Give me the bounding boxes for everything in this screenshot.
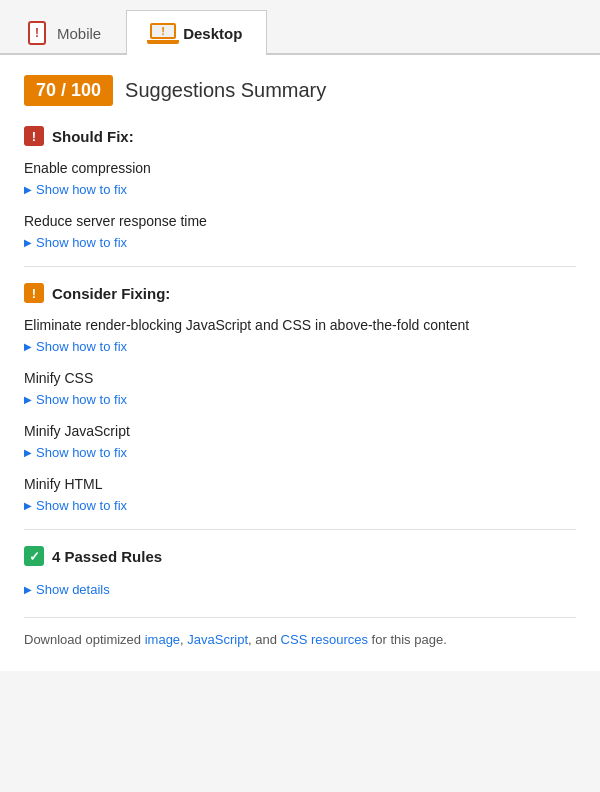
issue-minify-html-title: Minify HTML bbox=[24, 476, 576, 492]
footer: Download optimized image, JavaScript, an… bbox=[24, 617, 576, 651]
issue-minify-js: Minify JavaScript ▶ Show how to fix bbox=[24, 423, 576, 460]
section-divider-2 bbox=[24, 529, 576, 530]
score-title: Suggestions Summary bbox=[125, 79, 326, 102]
issue-enable-compression: Enable compression ▶ Show how to fix bbox=[24, 160, 576, 197]
arrow-icon-3: ▶ bbox=[24, 341, 32, 352]
footer-link-css[interactable]: CSS resources bbox=[281, 632, 368, 647]
show-link-label-2: Show how to fix bbox=[36, 235, 127, 250]
issue-minify-js-title: Minify JavaScript bbox=[24, 423, 576, 439]
issue-server-response-title: Reduce server response time bbox=[24, 213, 576, 229]
show-link-label-5: Show how to fix bbox=[36, 445, 127, 460]
laptop-base-icon bbox=[147, 40, 179, 44]
arrow-icon-4: ▶ bbox=[24, 394, 32, 405]
tab-desktop[interactable]: Desktop bbox=[126, 10, 267, 55]
tab-mobile-label: Mobile bbox=[57, 25, 101, 42]
issue-minify-css: Minify CSS ▶ Show how to fix bbox=[24, 370, 576, 407]
tabs-bar: Mobile Desktop bbox=[0, 0, 600, 55]
score-badge: 70 / 100 bbox=[24, 75, 113, 106]
show-link-label-4: Show how to fix bbox=[36, 392, 127, 407]
issue-server-response: Reduce server response time ▶ Show how t… bbox=[24, 213, 576, 250]
consider-fixing-title: Consider Fixing: bbox=[52, 285, 170, 302]
footer-link-js[interactable]: JavaScript bbox=[187, 632, 248, 647]
mobile-tab-icon bbox=[25, 21, 49, 45]
arrow-icon-7: ▶ bbox=[24, 584, 32, 595]
score-row: 70 / 100 Suggestions Summary bbox=[24, 75, 576, 106]
passed-rules-details: ▶ Show details bbox=[24, 580, 576, 597]
issue-render-blocking-title: Eliminate render-blocking JavaScript and… bbox=[24, 317, 576, 333]
issue-enable-compression-title: Enable compression bbox=[24, 160, 576, 176]
show-details-link[interactable]: ▶ Show details bbox=[24, 582, 110, 597]
issue-minify-html: Minify HTML ▶ Show how to fix bbox=[24, 476, 576, 513]
passed-rules-title: 4 Passed Rules bbox=[52, 548, 162, 565]
arrow-icon-1: ▶ bbox=[24, 184, 32, 195]
should-fix-title: Should Fix: bbox=[52, 128, 134, 145]
tab-mobile[interactable]: Mobile bbox=[0, 10, 126, 55]
footer-suffix: for this page. bbox=[368, 632, 447, 647]
show-how-to-fix-render-blocking[interactable]: ▶ Show how to fix bbox=[24, 339, 127, 354]
arrow-icon-6: ▶ bbox=[24, 500, 32, 511]
laptop-screen-icon bbox=[150, 23, 176, 39]
section-divider-1 bbox=[24, 266, 576, 267]
show-how-to-fix-minify-html[interactable]: ▶ Show how to fix bbox=[24, 498, 127, 513]
desktop-tab-icon bbox=[151, 21, 175, 45]
issue-minify-css-title: Minify CSS bbox=[24, 370, 576, 386]
consider-fixing-icon: ! bbox=[24, 283, 44, 303]
arrow-icon-2: ▶ bbox=[24, 237, 32, 248]
footer-link-image[interactable]: image bbox=[145, 632, 180, 647]
mobile-phone-icon bbox=[28, 21, 46, 45]
should-fix-header: ! Should Fix: bbox=[24, 126, 576, 146]
passed-rules-header: 4 Passed Rules bbox=[24, 546, 576, 566]
show-details-label: Show details bbox=[36, 582, 110, 597]
show-link-label-1: Show how to fix bbox=[36, 182, 127, 197]
consider-fixing-header: ! Consider Fixing: bbox=[24, 283, 576, 303]
show-how-to-fix-minify-css[interactable]: ▶ Show how to fix bbox=[24, 392, 127, 407]
issue-render-blocking: Eliminate render-blocking JavaScript and… bbox=[24, 317, 576, 354]
show-how-to-fix-minify-js[interactable]: ▶ Show how to fix bbox=[24, 445, 127, 460]
main-content: 70 / 100 Suggestions Summary ! Should Fi… bbox=[0, 55, 600, 671]
show-link-label-3: Show how to fix bbox=[36, 339, 127, 354]
tab-desktop-label: Desktop bbox=[183, 25, 242, 42]
arrow-icon-5: ▶ bbox=[24, 447, 32, 458]
footer-prefix: Download optimized bbox=[24, 632, 145, 647]
footer-sep2: , and bbox=[248, 632, 281, 647]
passed-check-icon bbox=[24, 546, 44, 566]
should-fix-icon: ! bbox=[24, 126, 44, 146]
show-how-to-fix-server-response[interactable]: ▶ Show how to fix bbox=[24, 235, 127, 250]
laptop-icon bbox=[147, 23, 179, 44]
show-how-to-fix-enable-compression[interactable]: ▶ Show how to fix bbox=[24, 182, 127, 197]
show-link-label-6: Show how to fix bbox=[36, 498, 127, 513]
